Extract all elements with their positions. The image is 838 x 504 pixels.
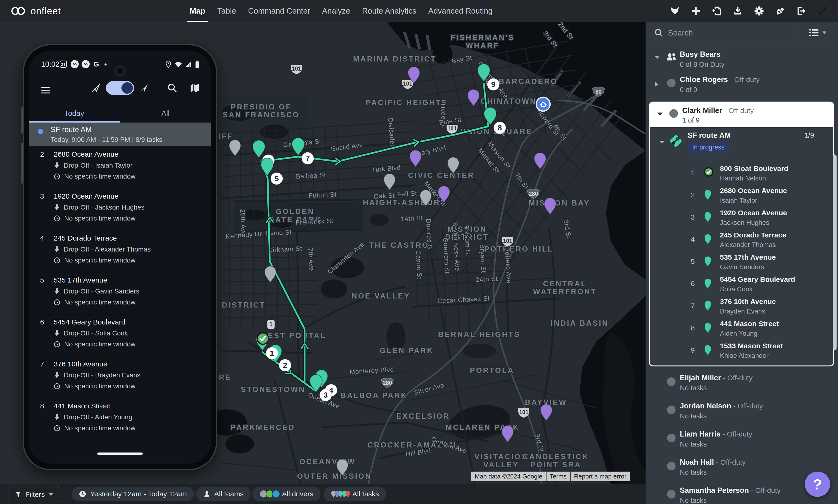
location-toggle[interactable] [106, 81, 134, 95]
settings-icon[interactable] [754, 5, 765, 16]
dropoff-icon [54, 372, 60, 379]
route-stop-row[interactable]: 5 535 17th Avenue Gavin Sanders [650, 251, 833, 273]
svg-text:101: 101 [403, 80, 413, 87]
phone-task-item[interactable]: 2 2680 Ocean Avenue Drop-Off - Isaiah Ta… [29, 146, 211, 188]
task-time-window: No specific time window [64, 382, 136, 390]
task-address: 245 Dorado Terrace [54, 234, 117, 242]
phone-task-item[interactable]: 5 535 17th Avenue Drop-Off - Gavin Sande… [29, 272, 211, 314]
help-button[interactable]: ? [805, 472, 830, 497]
logo-text: onfleet [31, 6, 61, 16]
task-pins-icon [331, 490, 349, 498]
phone-task-item[interactable]: 3 1920 Ocean Avenue Drop-Off - Jackson H… [29, 188, 211, 230]
drivers-filter[interactable]: All drivers [252, 487, 320, 501]
tab-all[interactable]: All [120, 106, 211, 123]
stop-recipient: Gavin Sanders [720, 263, 764, 271]
integrations-icon[interactable] [775, 6, 786, 16]
map-area-label: EXCELSIOR [397, 412, 450, 420]
export-tasks-icon[interactable] [733, 6, 743, 16]
nav-item-advanced-routing[interactable]: Advanced Routing [428, 0, 493, 22]
dropoff-icon [54, 414, 60, 420]
driver-name: Samantha Peterson [680, 486, 749, 494]
navigation-arrow-outline-icon[interactable] [91, 83, 101, 93]
avatar [667, 490, 676, 499]
sidebar-scrollbar-thumb[interactable] [833, 155, 837, 350]
stop-address: 1920 Ocean Avenue [720, 209, 787, 217]
route-summary-row[interactable]: SF route AM Today, 9:00 AM - 11:59 PM | … [29, 123, 211, 146]
onfleet-logo[interactable]: onfleet [11, 0, 61, 22]
svg-text:101: 101 [292, 66, 301, 72]
route-stop-row[interactable]: 8 441 Mason Street Aiden Young [650, 318, 833, 340]
svg-text:8: 8 [497, 124, 502, 132]
route-stop-row[interactable]: 6 5454 Geary Boulevard Sofia Cook [650, 273, 833, 295]
infinity-logo-icon [11, 6, 26, 16]
phone-task-item[interactable]: 4 245 Dorado Terrace Drop-Off - Alexande… [29, 230, 211, 272]
phone-task-item[interactable]: 7 376 10th Avenue Drop-Off - Brayden Eva… [29, 356, 211, 398]
driver-row-jordan-nelson[interactable]: Jordan Nelson - Off-duty No tasks [646, 398, 838, 426]
svg-text:280: 280 [529, 191, 538, 197]
task-dropoff: Drop-Off - Aiden Young [64, 413, 132, 421]
stop-recipient: Jackson Hughes [720, 219, 769, 227]
filters-label: Filters [25, 490, 45, 499]
route-stop-row[interactable]: 4 245 Dorado Terrace Alexander Thomas [650, 229, 833, 251]
teams-filter[interactable]: All teams [196, 487, 251, 501]
map-street-label: 7th Ave [307, 248, 315, 271]
tab-today[interactable]: Today [29, 106, 120, 123]
terms-link[interactable]: Terms [546, 472, 570, 481]
svg-text:101: 101 [503, 238, 512, 244]
search-icon[interactable] [167, 83, 177, 93]
menu-icon[interactable] [41, 85, 50, 95]
route-stop-row[interactable]: 1 800 Sloat Boulevard Hannah Nelson [650, 163, 833, 185]
tasks-filter[interactable]: All tasks [324, 487, 386, 501]
map-home-marker[interactable] [536, 97, 550, 111]
svg-text:1: 1 [270, 349, 274, 358]
filters-button[interactable]: Filters [8, 487, 59, 502]
add-task-icon[interactable] [691, 6, 701, 16]
team-name: Busy Bears [680, 50, 721, 58]
nav-item-map[interactable]: Map [190, 0, 205, 22]
map-area-label: CHINATOWN [481, 97, 537, 105]
driver-row-liam-harris[interactable]: Liam Harris - Off-duty No tasks [646, 426, 838, 454]
fullscreen-icon[interactable] [817, 5, 828, 16]
nav-item-command-center[interactable]: Command Center [248, 0, 310, 22]
task-address: 376 10th Avenue [54, 360, 107, 368]
navigation-arrow-filled-icon[interactable] [139, 83, 149, 93]
driver-row-chloe-rogers[interactable]: Chloe Rogers - Off-duty 0 of 9 [646, 71, 838, 99]
team-row-busy-bears[interactable]: Busy Bears 0 of 8 On Duty [646, 44, 838, 71]
route-stop-row[interactable]: 3 1920 Ocean Avenue Jackson Hughes [650, 207, 833, 229]
logout-icon[interactable] [796, 6, 806, 16]
date-range-filter[interactable]: Yesterday 12am - Today 12am [72, 487, 194, 501]
driver-row-elijah-miller[interactable]: Elijah Miller - Off-duty No tasks [646, 370, 838, 398]
nav-item-route-analytics[interactable]: Route Analytics [362, 0, 416, 22]
task-number: 5 [40, 276, 44, 284]
route-stop-row[interactable]: 7 376 10th Avenue Brayden Evans [650, 295, 833, 318]
list-view-toggle[interactable] [797, 22, 838, 43]
map-icon[interactable] [190, 83, 200, 93]
whats-new-icon[interactable] [669, 6, 680, 16]
bottom-filter-bar: Filters Yesterday 12am - Today 12am All … [0, 484, 646, 504]
home-indicator[interactable] [97, 452, 143, 455]
task-number: 4 [40, 234, 44, 242]
route-stop-row[interactable]: 9 1533 Mason Street Khloe Alexander [650, 340, 833, 362]
nav-item-analyze[interactable]: Analyze [322, 0, 350, 22]
nav-item-table[interactable]: Table [217, 0, 236, 22]
driver-row-clark-miller[interactable]: Clark Miller - Off-duty 1 of 9 [650, 103, 833, 127]
task-number: 2 [40, 150, 44, 158]
map-street-label: Fulton St [309, 191, 336, 199]
import-tasks-icon[interactable] [712, 6, 722, 16]
divider [42, 439, 198, 440]
map-area-label: PACIFIC HEIGHTS [366, 98, 448, 107]
svg-text:80: 80 [595, 89, 601, 95]
highway-shield-1: 1 [267, 320, 275, 329]
driver-task-count: No tasks [680, 412, 838, 420]
search-input[interactable] [667, 26, 792, 40]
stop-pin-icon [704, 300, 712, 312]
stop-number: 9 [691, 346, 695, 354]
stop-number: 7 [691, 302, 695, 310]
phone-task-item[interactable]: 8 441 Mason Street Drop-Off - Aiden Youn… [29, 398, 211, 440]
route-header[interactable]: SF route AM 1/9 In progress [650, 127, 833, 163]
task-address: 2680 Ocean Avenue [54, 150, 118, 158]
route-stop-row[interactable]: 2 2680 Ocean Avenue Isaiah Taylor [650, 185, 833, 207]
report-map-error-link[interactable]: Report a map error [571, 472, 630, 481]
phone-task-item[interactable]: 6 5454 Geary Boulevard Drop-Off - Sofia … [29, 314, 211, 356]
stop-number: 2 [691, 191, 695, 199]
